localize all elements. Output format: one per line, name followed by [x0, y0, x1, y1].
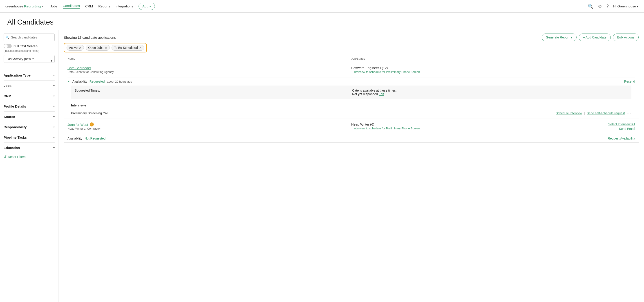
filter-pipeline-tasks[interactable]: Pipeline Tasks ▾ [4, 132, 55, 142]
full-text-toggle[interactable] [4, 44, 12, 48]
availability-status-link[interactable]: Requested [90, 80, 105, 83]
nav-jobs[interactable]: Jobs [50, 4, 57, 8]
interview-name: Preliminary Screening Call [71, 111, 108, 115]
suggested-times-box: Suggested Times: Cate is available at th… [71, 86, 632, 99]
candidate-right-actions-jennifer: Select Interview Kit Send Email [608, 122, 635, 131]
reset-filters-button[interactable]: ↺ Reset Filters [4, 155, 55, 159]
availability-label: Availability [72, 80, 87, 83]
job-info-jennifer: Head Writer (6) ↑ Interview to schedule … [351, 122, 608, 131]
schedule-interview-link[interactable]: Schedule Interview [556, 111, 582, 115]
filter-tag-active-close[interactable]: ✕ [79, 46, 82, 50]
nav-crm[interactable]: CRM [85, 4, 93, 8]
request-availability-button[interactable]: Request Availability [608, 137, 635, 140]
reset-icon: ↺ [4, 155, 6, 159]
full-text-row: Full Text Search [4, 44, 55, 48]
filter-crm[interactable]: CRM ▾ [4, 91, 55, 101]
sidebar: 🔍 Full Text Search (Includes resumes and… [0, 30, 58, 302]
resend-link[interactable]: Resend [624, 80, 635, 83]
sort-select[interactable]: Last Activity (new to ... [4, 55, 55, 63]
nav-integrations[interactable]: Integrations [116, 4, 133, 8]
nav-reports[interactable]: Reports [98, 4, 110, 8]
candidate-right: Software Engineer I (12) ↑ Interview to … [351, 66, 635, 74]
filter-tag-open-jobs-close[interactable]: ✕ [105, 46, 107, 50]
col-job-status: Job/Status [351, 57, 635, 60]
add-dropdown-icon: ▾ [149, 4, 151, 8]
candidate-right-jennifer: Head Writer (6) ↑ Interview to schedule … [351, 122, 635, 131]
active-filter-tags: Active ✕ Open Jobs ✕ To Be Scheduled ✕ [64, 43, 147, 53]
candidate-subtitle: Data Scientist at Consulting Agency [68, 70, 351, 74]
filter-source[interactable]: Source ▾ [4, 111, 55, 122]
filter-application-type-chevron: ▾ [53, 74, 55, 77]
page-title: All Candidates [0, 13, 644, 30]
interview-row: Preliminary Screening Call Schedule Inte… [71, 109, 632, 117]
filter-source-chevron: ▾ [53, 115, 55, 118]
toggle-knob [4, 44, 8, 48]
job-status-text-jennifer: Interview to schedule for Preliminary Ph… [354, 127, 420, 130]
user-menu[interactable]: Hi Greenhouse ▾ [613, 4, 638, 8]
job-status: ↑ Interview to schedule for Preliminary … [351, 70, 635, 74]
filter-responsibility[interactable]: Responsibility ▾ [4, 122, 55, 132]
interview-separator: | [584, 111, 585, 115]
filter-tag-to-be-scheduled: To Be Scheduled ✕ [112, 45, 144, 51]
job-title: Software Engineer I (12) [351, 66, 635, 70]
suggested-value-line2: Not yet responded Edit [352, 92, 628, 96]
add-candidate-button[interactable]: + Add Candidate [579, 34, 611, 41]
suggested-times-value: Cate is available at these times: Not ye… [352, 89, 628, 96]
filter-pipeline-tasks-chevron: ▾ [53, 136, 55, 139]
status-arrow-icon-jennifer: ↑ [351, 127, 352, 130]
generate-report-chevron: ▾ [571, 36, 572, 39]
search-input[interactable] [4, 34, 55, 41]
top-actions: Generate Report ▾ + Add Candidate Bulk A… [542, 34, 638, 41]
main-layout: 🔍 Full Text Search (Includes resumes and… [0, 30, 644, 302]
select-interview-kit-link[interactable]: Select Interview Kit [608, 122, 635, 126]
job-status-text: Interview to schedule for Preliminary Ph… [354, 70, 420, 74]
showing-count-text: Showing 17 candidate applications [64, 36, 116, 39]
nav-candidates[interactable]: Candidates [63, 4, 80, 9]
job-status-jennifer: ↑ Interview to schedule for Preliminary … [351, 127, 608, 130]
candidate-left: Cate Schroeder Data Scientist at Consult… [68, 66, 351, 74]
search-icon[interactable]: 🔍 [588, 4, 594, 9]
interview-more-button[interactable]: ··· [627, 111, 632, 115]
availability-triangle-icon: ▼ [68, 80, 70, 83]
candidate-main-row: Cate Schroeder Data Scientist at Consult… [64, 62, 638, 77]
job-title-jennifer: Head Writer (6) [351, 122, 608, 126]
filter-education[interactable]: Education ▾ [4, 142, 55, 153]
logo-dropdown-icon[interactable]: ▾ [42, 5, 43, 8]
bulk-actions-button[interactable]: Bulk Actions [613, 34, 638, 41]
availability-time: about 20 hours ago [107, 80, 132, 83]
availability-not-requested[interactable]: Not Requested [84, 137, 106, 140]
warning-icon: ! [90, 122, 94, 126]
filter-crm-chevron: ▾ [53, 95, 55, 98]
user-dropdown-icon: ▾ [637, 4, 638, 8]
table-header: Name Job/Status [64, 55, 638, 62]
status-arrow-icon: ↑ [351, 71, 352, 74]
send-email-link[interactable]: Send Email [619, 127, 635, 131]
add-button[interactable]: Add ▾ [138, 3, 155, 10]
filter-tag-open-jobs: Open Jobs ✕ [86, 45, 110, 51]
filter-jobs[interactable]: Jobs ▾ [4, 80, 55, 91]
send-self-schedule-link[interactable]: Send self-schedule request [587, 111, 625, 115]
filter-tag-to-be-scheduled-close[interactable]: ✕ [139, 46, 142, 50]
candidate-name-jennifer[interactable]: Jennifer West [68, 123, 88, 126]
interview-actions: Schedule Interview | Send self-schedule … [556, 111, 632, 115]
filter-application-type[interactable]: Application Type ▾ [4, 70, 55, 80]
suggested-value-line1: Cate is available at these times: [352, 89, 628, 92]
filter-profile-details[interactable]: Profile Details ▾ [4, 101, 55, 111]
sidebar-search-icon: 🔍 [6, 36, 9, 39]
filter-tag-active: Active ✕ [66, 45, 84, 51]
full-text-label: Full Text Search [14, 44, 38, 48]
suggested-times-label: Suggested Times: [75, 89, 350, 96]
help-icon[interactable]: ? [606, 4, 609, 9]
interviews-section: Interviews Preliminary Screening Call Sc… [68, 101, 635, 119]
gear-icon[interactable]: ⚙ [598, 4, 602, 9]
edit-link[interactable]: Edit [379, 92, 384, 96]
candidate-name[interactable]: Cate Schroeder [68, 66, 351, 70]
logo-recruiting: Recruiting [24, 4, 41, 8]
content-top-bar: Showing 17 candidate applications Genera… [64, 30, 638, 43]
nav-right: 🔍 ⚙ ? Hi Greenhouse ▾ [588, 4, 638, 9]
generate-report-button[interactable]: Generate Report ▾ [542, 34, 576, 41]
interviews-title: Interviews [71, 104, 632, 107]
main-content: Showing 17 candidate applications Genera… [58, 30, 644, 302]
search-wrap: 🔍 [4, 34, 55, 41]
nav-links: Jobs Candidates CRM Reports Integrations [50, 4, 133, 9]
